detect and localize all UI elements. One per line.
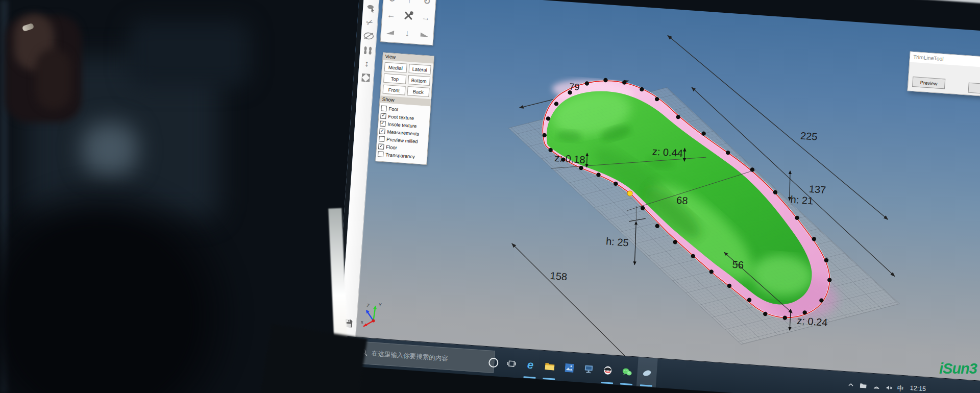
view-show-panel: View Medial Lateral Top Bottom Front Bac… [375,52,434,165]
task-view-icon[interactable] [503,355,520,372]
measurement-label: 56 [732,259,744,271]
hand-fingers [36,48,71,110]
checkbox-checked-icon[interactable] [380,113,386,119]
scissors-icon[interactable]: ✂ [361,15,379,30]
checkbox-label: Foot texture [388,114,414,121]
measurement-label: 68 [676,194,688,207]
expand-view-icon[interactable] [358,72,374,85]
measurement-label: z: 0.24 [797,315,828,329]
measurement-label: h: 25 [605,235,629,249]
measurement-label: 225 [800,130,818,142]
height-adjust-icon[interactable]: ↕ [359,58,375,69]
measurement-label: z: 0.18 [554,152,586,166]
rotate-cw-icon[interactable]: ↻ [423,0,431,6]
tray-folder-icon[interactable] [860,383,867,389]
axis-indicator: x Y Z [358,300,391,334]
monitor-screen: 79 225 137 z: 0.44 z: 0.18 68 h: 21 h: 2… [329,0,980,393]
measurement-label: 158 [550,270,568,283]
edge-icon[interactable]: e [522,356,539,374]
search-placeholder: 在这里输入你要搜索的内容 [371,349,448,363]
checkbox-checked-icon[interactable] [379,128,385,134]
checkbox-label: Foot [388,106,399,112]
tools-icon[interactable] [403,10,414,23]
preview-button[interactable]: Preview [912,77,945,89]
qq-icon[interactable] [599,362,617,379]
pan-left-icon[interactable]: ← [386,11,396,20]
checkbox-checked-icon[interactable] [380,120,386,127]
my-pc-icon[interactable] [580,360,598,378]
pan-up-icon[interactable]: ↑ [407,0,412,5]
person-silhouette [0,174,245,393]
ok-button[interactable]: OK [968,83,980,95]
selected-control-point [627,191,633,196]
axis-y-label: Y [378,302,382,307]
photo-blur-shelf [128,20,250,87]
active-app-tile[interactable] [636,357,658,388]
checkbox-label: Transparency [385,152,415,159]
wechat-icon[interactable] [619,363,636,380]
view-front-button[interactable]: Front [383,85,406,95]
tray-network-icon[interactable] [873,384,880,390]
tray-volume-muted-icon[interactable] [886,385,893,392]
checkbox-label: Floor [386,144,397,150]
tilt-right-icon[interactable] [421,32,429,37]
measurement-label: 137 [808,183,826,196]
monitor-top-glint [883,0,980,6]
view-bottom-button[interactable]: Bottom [407,75,430,86]
view-top-button[interactable]: Top [383,73,406,84]
measurement-label: 79 [569,82,580,93]
file-explorer-icon[interactable] [541,358,558,375]
tray-clock[interactable]: 12:15 [910,384,926,392]
checkbox-icon[interactable] [381,105,387,111]
trimlinetool-dialog: TrimLineTool Preview OK [907,51,980,99]
measurement-label: h: 21 [790,193,814,207]
brand-watermark: iSun3 [939,360,977,377]
view-back-button[interactable]: Back [407,86,430,97]
nav-panel: ↺ ↑ ↻ ← → ↓ [380,0,437,45]
cortana-icon[interactable] [484,354,502,371]
photo-blur-monitor-glow [82,122,138,176]
tilt-left-icon[interactable] [386,30,395,34]
photos-icon[interactable] [560,359,578,376]
pan-down-icon[interactable]: ↓ [405,29,410,38]
cad-app-icon [639,364,656,382]
view-lateral-button[interactable]: Lateral [408,64,431,75]
checkbox-icon[interactable] [379,136,385,142]
pan-right-icon[interactable]: → [421,13,430,22]
checkbox-checked-icon[interactable] [378,143,384,150]
rotate-ccw-icon[interactable]: ↺ [388,0,396,4]
axis-z-label: Z [366,303,370,308]
measurement-label: z: 0.44 [652,145,683,159]
insole-pair-icon[interactable] [360,45,376,57]
view-medial-button[interactable]: Medial [384,62,407,73]
lasso-select-icon[interactable] [362,3,378,15]
axis-x-label: x [361,320,364,325]
tray-ime-indicator[interactable]: 中 [897,384,904,393]
checkbox-icon[interactable] [378,151,384,157]
trim-region-icon[interactable] [361,31,377,42]
tray-chevron-icon[interactable] [848,382,854,389]
